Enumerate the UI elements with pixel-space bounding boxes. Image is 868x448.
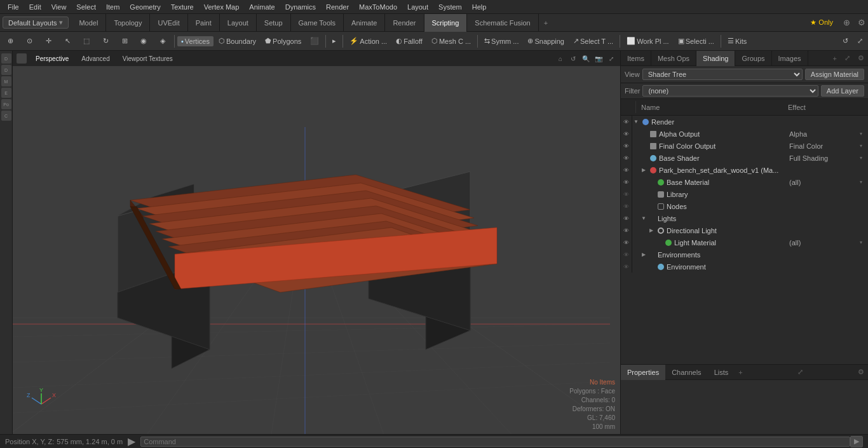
vertices-button[interactable]: • Vertices bbox=[177, 36, 214, 46]
viewport-expand-icon[interactable]: ⤢ bbox=[853, 36, 867, 46]
assign-material-button[interactable]: Assign Material bbox=[805, 69, 864, 80]
tab-topology[interactable]: Topology bbox=[106, 14, 150, 32]
tab-model[interactable]: Model bbox=[71, 14, 106, 32]
eye-park-bench[interactable]: 👁 bbox=[621, 164, 632, 176]
command-submit-button[interactable]: ▶ bbox=[850, 436, 863, 447]
lasso-tool[interactable]: ◈ bbox=[154, 35, 172, 48]
center-tool[interactable]: ✛ bbox=[39, 35, 57, 48]
add-prop-tab[interactable]: + bbox=[735, 367, 746, 377]
viewport-textures-btn[interactable]: Viewport Textures bbox=[119, 54, 177, 64]
panel-settings-icon[interactable]: ⚙ bbox=[854, 53, 868, 64]
tab-mesh-ops[interactable]: Mesh Ops bbox=[651, 51, 696, 66]
eg-arrow[interactable]: ▶ bbox=[640, 251, 648, 259]
polygons-button[interactable]: ⬟ Polygons bbox=[261, 36, 305, 46]
prop-expand-icon[interactable]: ⤢ bbox=[794, 367, 807, 377]
eye-render[interactable]: 👁 bbox=[621, 116, 632, 128]
prop-settings-icon[interactable]: ⚙ bbox=[854, 367, 868, 377]
selection-sets-button[interactable]: ▣ Selecti ... bbox=[674, 36, 718, 46]
circle-select-tool[interactable]: ◉ bbox=[135, 35, 153, 48]
tab-images[interactable]: Images bbox=[772, 51, 808, 66]
prop-tab-properties[interactable]: Properties bbox=[621, 365, 665, 380]
add-panel-tab[interactable]: + bbox=[829, 53, 841, 64]
lm-dropdown[interactable]: ▾ bbox=[857, 238, 865, 247]
command-input[interactable] bbox=[140, 437, 850, 447]
tree-row-park-bench[interactable]: 👁 ▶ Park_bench_set_dark_wood_v1 (Ma... bbox=[621, 164, 868, 176]
bm-dropdown[interactable]: ▾ bbox=[857, 178, 865, 187]
tab-layout[interactable]: Layout bbox=[220, 14, 257, 32]
menu-maxtomodo[interactable]: MaxToModo bbox=[354, 2, 402, 12]
prop-tab-lists[interactable]: Lists bbox=[708, 365, 735, 380]
viewport[interactable]: Perspective Advanced Viewport Textures ⌂… bbox=[13, 51, 620, 434]
filter-select[interactable]: (none) bbox=[642, 85, 818, 97]
settings-icon[interactable]: ⚙ bbox=[855, 18, 868, 27]
command-arrow-icon[interactable]: ▶ bbox=[128, 435, 135, 447]
tree-row-nodes[interactable]: 👁 ▶ Nodes bbox=[621, 200, 868, 212]
left-tool-4[interactable]: E bbox=[1, 88, 11, 98]
prop-tab-channels[interactable]: Channels bbox=[665, 365, 707, 380]
menu-view[interactable]: View bbox=[46, 2, 72, 12]
eye-library[interactable]: 👁 bbox=[621, 188, 632, 200]
menu-geometry[interactable]: Geometry bbox=[125, 2, 165, 12]
eye-light-mat[interactable]: 👁 bbox=[621, 236, 632, 248]
symm-button[interactable]: ⇆ Symm ... bbox=[480, 36, 522, 46]
menu-edit[interactable]: Edit bbox=[24, 2, 46, 12]
tab-scripting[interactable]: Scripting bbox=[424, 14, 468, 32]
tree-row-lights[interactable]: 👁 ▼ Lights bbox=[621, 212, 868, 224]
tree-row-base-material[interactable]: 👁 ▶ Base Material (all) ▾ bbox=[621, 176, 868, 188]
tab-schematic[interactable]: Schematic Fusion bbox=[467, 14, 538, 32]
menu-file[interactable]: File bbox=[3, 2, 24, 12]
tree-row-final-color[interactable]: 👁 ▶ Final Color Output Final Color ▾ bbox=[621, 140, 868, 152]
menu-system[interactable]: System bbox=[433, 2, 467, 12]
kits-button[interactable]: ☰ Kits bbox=[724, 36, 750, 46]
left-tool-3[interactable]: M bbox=[1, 76, 11, 86]
handle-tool[interactable]: ⊕ bbox=[1, 35, 19, 48]
alpha-effect-dropdown[interactable]: ▾ bbox=[857, 130, 865, 139]
left-tool-1[interactable]: D bbox=[1, 53, 11, 64]
rotate-tool[interactable]: ↻ bbox=[97, 35, 114, 48]
expand-layout-icon[interactable]: ⊕ bbox=[841, 18, 853, 27]
menu-animate[interactable]: Animate bbox=[244, 2, 280, 12]
layout-dropdown[interactable]: Default Layouts ▾ bbox=[3, 17, 69, 29]
dl-arrow[interactable]: ▶ bbox=[648, 227, 655, 234]
snapping-button[interactable]: ⊕ Snapping bbox=[524, 36, 568, 46]
advanced-btn[interactable]: Advanced bbox=[78, 54, 113, 64]
add-layer-button[interactable]: Add Layer bbox=[821, 85, 864, 97]
zoom-icon[interactable]: 🔍 bbox=[581, 53, 591, 64]
viewport-menu-icon[interactable] bbox=[17, 53, 27, 64]
tree-row-dir-light[interactable]: 👁 ▶ Directional Light bbox=[621, 224, 868, 236]
viewport-expand-btn[interactable]: ⤢ bbox=[606, 53, 616, 64]
mesh-button[interactable]: ⬡ Mesh C ... bbox=[428, 36, 475, 46]
left-tool-5[interactable]: Po bbox=[1, 99, 11, 109]
menu-select[interactable]: Select bbox=[71, 2, 101, 12]
action-button[interactable]: ⚡ Action ... bbox=[346, 36, 391, 46]
perspective-btn[interactable]: Perspective bbox=[32, 54, 72, 64]
eye-environment[interactable]: 👁 bbox=[621, 261, 632, 273]
tree-row-environment[interactable]: 👁 ▶ Environment bbox=[621, 261, 868, 273]
eye-environments[interactable]: 👁 bbox=[621, 248, 632, 261]
eye-base-mat[interactable]: 👁 bbox=[621, 176, 632, 188]
falloff-button[interactable]: ◐ Falloff bbox=[392, 36, 426, 46]
panel-expand-icon[interactable]: ⤢ bbox=[841, 53, 854, 64]
tab-groups[interactable]: Groups bbox=[735, 51, 771, 66]
menu-layout[interactable]: Layout bbox=[402, 2, 433, 12]
tab-items[interactable]: Items bbox=[621, 51, 651, 66]
render-arrow[interactable]: ▼ bbox=[632, 118, 640, 126]
eye-dir-light[interactable]: 👁 bbox=[621, 224, 632, 236]
view-select[interactable]: Shader Tree bbox=[642, 69, 803, 80]
eye-final-color[interactable]: 👁 bbox=[621, 140, 632, 152]
refresh-icon[interactable]: ↺ bbox=[568, 53, 578, 64]
tab-render[interactable]: Render bbox=[385, 14, 424, 32]
tab-gametools[interactable]: Game Tools bbox=[291, 14, 344, 32]
box-select-tool[interactable]: ⬚ bbox=[78, 35, 95, 48]
select-arrow-tool[interactable]: ↖ bbox=[58, 35, 76, 48]
menu-texture[interactable]: Texture bbox=[166, 2, 199, 12]
tree-row-environments[interactable]: 👁 ▶ Environments bbox=[621, 248, 868, 261]
tree-row-light-mat[interactable]: 👁 ▶ Light Material (all) ▾ bbox=[621, 236, 868, 248]
tab-paint[interactable]: Paint bbox=[188, 14, 220, 32]
eye-nodes[interactable]: 👁 bbox=[621, 200, 632, 212]
menu-vertex-map[interactable]: Vertex Map bbox=[199, 2, 245, 12]
left-tool-6[interactable]: C bbox=[1, 111, 11, 121]
select-tool-button[interactable]: ↗ Select T ... bbox=[569, 36, 617, 46]
boundary-button[interactable]: ⬡ Boundary bbox=[215, 36, 260, 46]
home-icon[interactable]: ⌂ bbox=[555, 53, 566, 64]
